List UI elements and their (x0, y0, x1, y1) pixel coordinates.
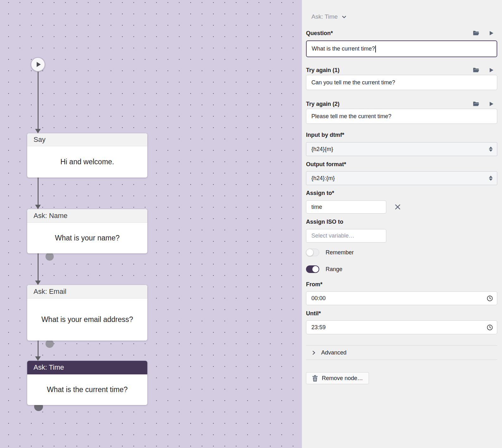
select-arrows-icon (488, 146, 493, 152)
output-format-select[interactable]: {h24}:{m} (306, 171, 497, 185)
node-output-port[interactable] (46, 340, 54, 348)
play-icon[interactable] (488, 30, 495, 37)
node-body: What is your email address? (27, 299, 147, 341)
advanced-expander[interactable]: Advanced (306, 345, 497, 360)
edge-email-to-time (38, 341, 39, 356)
assign-iso-to-label: Assign ISO to (306, 219, 343, 225)
node-title: Ask: Name (34, 212, 68, 220)
node-header: Ask: Time (27, 361, 147, 374)
play-icon[interactable] (488, 100, 495, 107)
trash-icon (312, 375, 318, 382)
edge-name-to-email (38, 253, 39, 281)
try-again-1-input[interactable]: Can you tell me the current time? (306, 75, 497, 90)
assign-iso-to-input[interactable]: Select variable… (306, 229, 386, 243)
assign-to-label: Assign to* (306, 190, 334, 197)
input-by-dtmf-select[interactable]: {h24}{m} (306, 142, 497, 156)
output-format-label: Output format* (306, 161, 346, 168)
flow-node-say[interactable]: Say Hi and welcome. (27, 133, 147, 178)
start-node[interactable] (31, 57, 45, 72)
clock-icon (487, 324, 493, 331)
folder-icon[interactable] (473, 100, 480, 107)
flow-node-ask-name[interactable]: Ask: Name What is your name? (27, 209, 147, 253)
panel-title: Ask: Time (311, 13, 338, 20)
play-icon[interactable] (488, 67, 495, 74)
flow-node-ask-email[interactable]: Ask: Email What is your email address? (27, 285, 147, 341)
text-caret (375, 45, 376, 52)
question-input[interactable]: What is the current time? (306, 40, 497, 57)
range-toggle[interactable] (306, 265, 319, 273)
try-again-2-input[interactable]: Please tell me the current time? (306, 109, 497, 124)
node-properties-panel: Ask: Time Question* What is the current … (302, 0, 502, 448)
panel-node-type-dropdown[interactable]: Ask: Time (311, 13, 497, 21)
node-body: What is your name? (27, 223, 147, 253)
clock-icon (487, 295, 493, 302)
node-title: Ask: Email (34, 288, 66, 296)
edge-say-to-name (38, 178, 39, 205)
until-label: Until* (306, 310, 321, 317)
node-header: Ask: Name (27, 209, 147, 223)
range-label: Range (326, 266, 342, 273)
node-output-port[interactable] (46, 252, 54, 261)
node-header: Say (27, 133, 147, 146)
node-body: What is the current time? (27, 374, 147, 405)
select-arrows-icon (488, 175, 493, 181)
from-label: From* (306, 281, 322, 288)
until-input[interactable]: 23:59 (306, 320, 497, 334)
chevron-right-icon (311, 350, 316, 355)
flow-node-ask-time[interactable]: Ask: Time What is the current time? (27, 361, 147, 405)
node-header: Ask: Email (27, 285, 147, 299)
assign-to-input[interactable]: time (306, 200, 386, 214)
remember-label: Remember (326, 249, 354, 256)
node-title: Say (34, 136, 46, 144)
start-play-icon (37, 62, 41, 67)
chevron-down-icon (341, 14, 347, 20)
folder-icon[interactable] (473, 67, 480, 74)
input-by-dtmf-label: Input by dtmf* (306, 132, 344, 138)
try-again-1-label: Try again (1) (306, 67, 340, 74)
try-again-2-label: Try again (2) (306, 101, 340, 107)
node-title: Ask: Time (34, 363, 64, 372)
advanced-label: Advanced (321, 349, 346, 356)
edge-start-to-say (38, 72, 39, 129)
clear-icon[interactable] (394, 203, 401, 210)
remove-node-button[interactable]: Remove node… (306, 372, 369, 384)
remember-toggle[interactable] (306, 249, 319, 256)
node-body: Hi and welcome. (27, 146, 147, 178)
folder-icon[interactable] (473, 30, 480, 37)
question-label: Question* (306, 30, 333, 37)
from-input[interactable]: 00:00 (306, 291, 497, 305)
flow-canvas[interactable]: Say Hi and welcome. Ask: Name What is yo… (0, 0, 302, 448)
